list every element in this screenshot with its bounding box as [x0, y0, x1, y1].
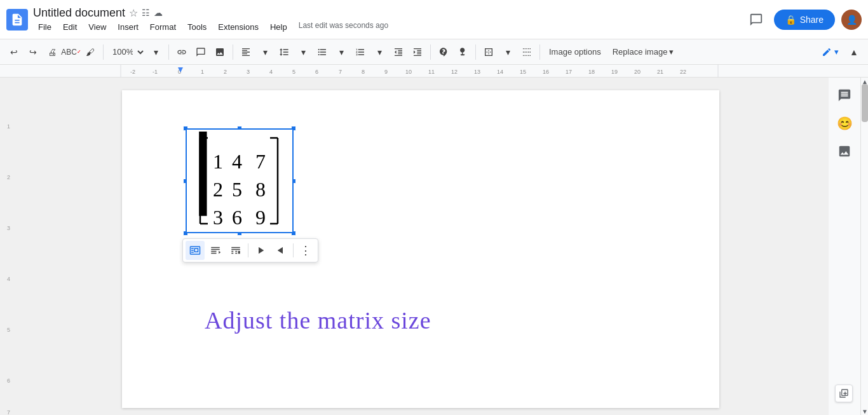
divider-3 — [233, 44, 233, 60]
svg-text:18: 18 — [588, 69, 595, 75]
list-chevron[interactable]: ▾ — [332, 43, 350, 61]
svg-text:⎡: ⎡ — [192, 132, 233, 216]
menu-insert[interactable]: Insert — [112, 21, 144, 33]
replace-image-label: Replace image — [613, 47, 668, 57]
image-options-button[interactable]: Image options — [544, 44, 606, 59]
img-more-options-button[interactable]: ⋮ — [296, 241, 315, 260]
folder-icon[interactable]: ☷ — [142, 8, 150, 18]
menu-file[interactable]: File — [33, 21, 57, 33]
img-align-left-button[interactable] — [251, 241, 270, 260]
img-align-center-button[interactable] — [271, 241, 290, 260]
redo-button[interactable]: ↪ — [24, 43, 42, 61]
svg-text:4: 4 — [7, 276, 10, 282]
menu-row: File Edit View Insert Format Tools Exten… — [33, 21, 740, 33]
expand-icon-button[interactable] — [835, 384, 853, 402]
matrix-inner: ⎡ 1 2 3 — [187, 130, 292, 232]
line-spacing-button[interactable] — [275, 43, 293, 61]
align-left-button[interactable] — [237, 43, 255, 61]
chevron-down-icon: ▾ — [834, 47, 839, 57]
wrap-text-button[interactable] — [206, 241, 225, 260]
right-scrollbar[interactable]: ▲ ▼ — [860, 78, 868, 415]
align-chevron[interactable]: ▾ — [256, 43, 274, 61]
matrix-container[interactable]: ⎡ 1 2 3 — [186, 128, 318, 262]
spell-check-button[interactable]: ABC✓ — [62, 43, 80, 61]
divider-2 — [168, 44, 169, 60]
numbered-list-button[interactable] — [351, 43, 369, 61]
divider-1 — [103, 44, 104, 60]
svg-text:9: 9 — [255, 206, 266, 229]
menu-edit[interactable]: Edit — [58, 21, 82, 33]
undo-button[interactable]: ↩ — [5, 43, 23, 61]
divider-4 — [430, 44, 431, 60]
topbar: Untitled document ☆ ☷ ☁ File Edit View I… — [0, 0, 868, 39]
highlight-button[interactable] — [454, 43, 471, 61]
img-toolbar-divider-2 — [293, 243, 294, 257]
svg-text:4: 4 — [269, 69, 273, 75]
paint-format-button[interactable]: 🖌 — [81, 43, 99, 61]
svg-text:2: 2 — [224, 69, 227, 75]
svg-text:8: 8 — [362, 69, 365, 75]
star-icon[interactable]: ☆ — [129, 7, 138, 19]
insert-comment-button[interactable] — [192, 43, 210, 61]
doc-title-area: Untitled document ☆ ☷ ☁ File Edit View I… — [33, 6, 740, 33]
border-chevron[interactable]: ▾ — [499, 43, 517, 61]
border-style-button[interactable] — [518, 43, 536, 61]
zoom-chevron[interactable]: ▾ — [147, 43, 165, 61]
handwritten-text: Adjust the matrix size — [205, 306, 431, 336]
indent-less-button[interactable] — [390, 43, 407, 61]
text-color-button[interactable] — [435, 43, 452, 61]
doc-title[interactable]: Untitled document — [33, 6, 125, 20]
edit-mode-button[interactable]: ▾ — [817, 44, 844, 60]
menu-view[interactable]: View — [83, 21, 111, 33]
ruler: -2 -1 0 1 2 3 4 5 6 7 8 9 10 11 12 13 14… — [0, 65, 868, 78]
replace-image-button[interactable]: Replace image ▾ — [607, 44, 679, 59]
svg-text:6: 6 — [7, 378, 10, 384]
break-text-button[interactable] — [226, 241, 245, 260]
svg-text:7: 7 — [255, 150, 266, 173]
line-spacing-chevron[interactable]: ▾ — [294, 43, 312, 61]
svg-text:-2: -2 — [130, 69, 135, 75]
svg-text:3: 3 — [247, 69, 250, 75]
menu-extensions[interactable]: Extensions — [213, 21, 264, 33]
indent-more-button[interactable] — [409, 43, 426, 61]
scrollbar-thumb[interactable] — [862, 84, 868, 122]
avatar[interactable]: 👤 — [841, 10, 862, 30]
menu-format[interactable]: Format — [145, 21, 181, 33]
matrix-selected: ⎡ 1 2 3 — [186, 128, 294, 233]
zoom-select[interactable]: 100% 75% 125% 150% — [107, 43, 146, 61]
replace-image-chevron: ▾ — [669, 47, 674, 57]
share-button[interactable]: 🔒 Share — [774, 10, 835, 30]
svg-text:9: 9 — [384, 69, 388, 75]
svg-text:7: 7 — [339, 69, 342, 75]
inline-wrap-button[interactable] — [186, 241, 205, 260]
numbered-list-chevron[interactable]: ▾ — [370, 43, 388, 61]
add-image-sidebar-button[interactable] — [833, 140, 856, 163]
svg-text:7: 7 — [7, 409, 10, 415]
last-edit: Last edit was seconds ago — [299, 21, 388, 33]
menu-help[interactable]: Help — [265, 21, 292, 33]
menu-tools[interactable]: Tools — [182, 21, 212, 33]
right-panel: 😊 — [829, 78, 860, 415]
matrix-image[interactable]: ⎡ 1 2 3 — [186, 128, 294, 233]
add-emoji-sidebar-button[interactable]: 😊 — [833, 112, 856, 135]
scroll-down-button[interactable]: ▼ — [861, 407, 868, 415]
svg-text:11: 11 — [428, 69, 435, 75]
insert-link-button[interactable] — [173, 43, 191, 61]
main-area: 1 2 3 4 5 6 7 — [0, 78, 868, 415]
border-button[interactable] — [480, 43, 498, 61]
print-button[interactable]: 🖨 — [43, 43, 61, 61]
svg-text:10: 10 — [405, 69, 412, 75]
svg-text:-1: -1 — [153, 69, 158, 75]
insert-image-button[interactable] — [211, 43, 229, 61]
svg-text:6: 6 — [315, 69, 318, 75]
collapse-toolbar-button[interactable]: ▲ — [845, 43, 863, 61]
add-comment-sidebar-button[interactable] — [833, 84, 856, 107]
svg-text:5: 5 — [7, 327, 10, 333]
cloud-icon[interactable]: ☁ — [154, 8, 163, 18]
left-margin: 1 2 3 4 5 6 7 — [0, 78, 13, 415]
svg-text:13: 13 — [474, 69, 480, 75]
svg-text:2: 2 — [213, 178, 223, 201]
svg-text:16: 16 — [543, 69, 549, 75]
comment-icon-btn[interactable] — [745, 8, 768, 31]
list-button[interactable] — [313, 43, 331, 61]
